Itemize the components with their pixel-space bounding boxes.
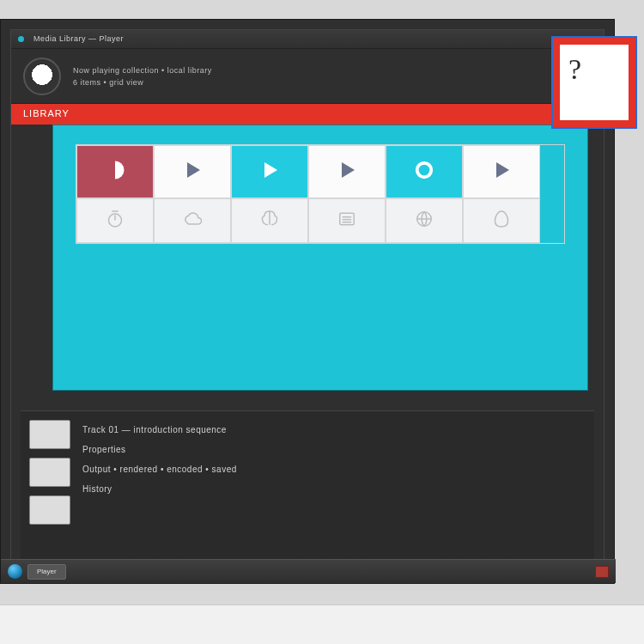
play-icon	[257, 157, 283, 186]
thumb-3[interactable]	[29, 495, 70, 525]
bottom-panel: Track 01 — introduction sequenceProperti…	[21, 410, 594, 563]
start-orb-icon[interactable]	[8, 564, 22, 579]
header-text: Now playing collection • local library 6…	[73, 64, 212, 88]
title-bar[interactable]: Media Library — Player	[11, 30, 604, 49]
cloud-icon	[179, 206, 205, 235]
app-inner: Media Library — Player Now playing colle…	[10, 29, 605, 574]
header-line-1: Now playing collection • local library	[73, 64, 212, 76]
item-4[interactable]	[308, 145, 386, 198]
play-icon	[489, 157, 514, 186]
thumb-column	[21, 411, 79, 563]
help-callout[interactable]: ?	[553, 38, 635, 127]
panel-line-2[interactable]: Properties	[79, 440, 594, 459]
item-5[interactable]	[386, 145, 463, 198]
svg-point-0	[417, 163, 432, 178]
opt-2[interactable]	[154, 198, 231, 243]
item-6[interactable]	[463, 145, 540, 198]
panel-line-3[interactable]: Output • rendered • encoded • saved	[79, 459, 594, 479]
half-icon	[102, 157, 128, 186]
section-bar: LIBRARY	[11, 104, 604, 125]
panel-list: Track 01 — introduction sequenceProperti…	[79, 411, 594, 563]
tray-icon[interactable]	[595, 566, 609, 578]
brain-icon	[257, 206, 283, 235]
taskbar-app-button[interactable]: Player	[27, 564, 66, 580]
tile-grid	[76, 144, 565, 244]
opt-4[interactable]	[308, 198, 386, 243]
status-dot-icon	[18, 36, 24, 42]
globe-icon	[411, 206, 437, 235]
app-window: Media Library — Player Now playing colle…	[0, 19, 615, 584]
header: Now playing collection • local library 6…	[11, 49, 604, 104]
opt-3[interactable]	[231, 198, 308, 243]
egg-icon	[489, 206, 514, 235]
opt-6[interactable]	[463, 198, 540, 243]
avatar-icon[interactable]	[23, 58, 61, 95]
help-glyph: ?	[568, 53, 581, 86]
section-label: LIBRARY	[23, 108, 70, 118]
ring-icon	[411, 157, 437, 186]
opt-5[interactable]	[386, 198, 463, 243]
item-1[interactable]	[76, 145, 154, 198]
timer-icon	[102, 206, 128, 235]
taskbar[interactable]: Player	[1, 559, 616, 583]
list-icon	[334, 206, 360, 235]
panel-line-1[interactable]: Track 01 — introduction sequence	[79, 420, 594, 440]
panel-line-4[interactable]: History	[79, 479, 594, 499]
thumb-2[interactable]	[29, 458, 70, 487]
stage	[52, 125, 588, 391]
play-icon	[334, 157, 360, 186]
header-line-2: 6 items • grid view	[73, 76, 212, 88]
window-title: Media Library — Player	[33, 34, 124, 43]
desk-surface	[0, 605, 644, 644]
thumb-1[interactable]	[29, 420, 70, 449]
item-3[interactable]	[231, 145, 308, 198]
item-2[interactable]	[154, 145, 231, 198]
play-icon	[179, 157, 205, 186]
opt-1[interactable]	[76, 198, 154, 243]
